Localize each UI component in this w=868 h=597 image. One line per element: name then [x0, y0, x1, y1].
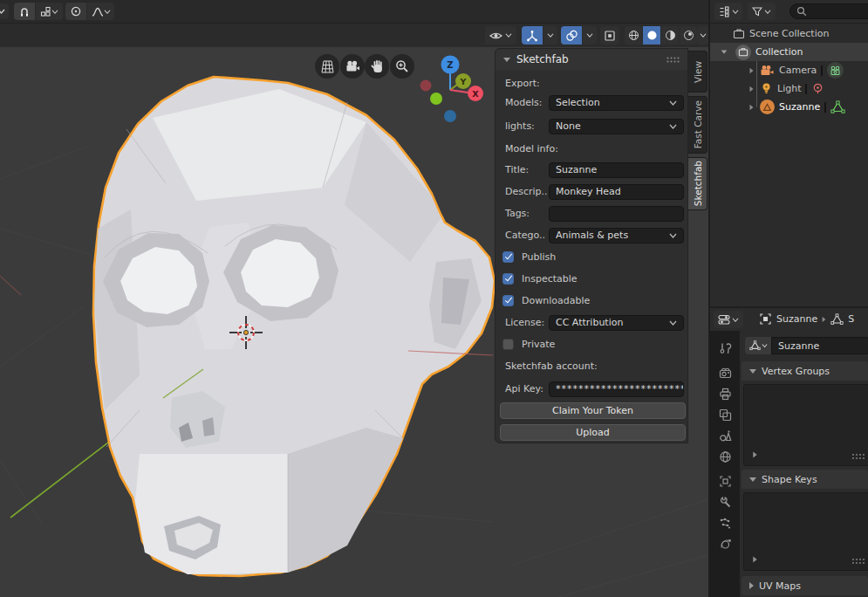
- breadcrumb-data-name[interactable]: S: [848, 313, 854, 325]
- title-input[interactable]: Suzanne: [549, 162, 684, 178]
- overlays-dropdown[interactable]: [583, 26, 597, 45]
- navigation-gizmo[interactable]: Z Y X: [407, 51, 502, 126]
- breadcrumb-object-name[interactable]: Suzanne: [776, 313, 817, 325]
- tab-render[interactable]: [712, 362, 738, 383]
- mesh-datablock-dropdown[interactable]: [745, 337, 771, 354]
- vertex-groups-list[interactable]: [743, 384, 868, 466]
- gizmos-toggle[interactable]: [522, 26, 543, 45]
- panel-expand-icon: [749, 369, 756, 374]
- tab-modifiers[interactable]: [712, 491, 738, 512]
- downloadable-checkbox-row[interactable]: Downloadable: [502, 294, 590, 306]
- license-dropdown[interactable]: CC Attribution: [549, 315, 684, 331]
- camera-data-icon[interactable]: [827, 62, 844, 79]
- outliner-row-camera[interactable]: Camera: [710, 61, 868, 79]
- outliner-row-light[interactable]: Light: [710, 79, 868, 98]
- gizmos-dropdown[interactable]: [543, 26, 557, 45]
- gizmo-axis-x[interactable]: X: [468, 86, 483, 101]
- shading-solid-button[interactable]: [643, 26, 660, 45]
- panel-expand-icon[interactable]: [503, 58, 510, 62]
- viewport-header-row2: [0, 24, 708, 47]
- tab-object[interactable]: [712, 470, 738, 491]
- svg-text:X: X: [472, 89, 479, 99]
- tab-view[interactable]: View: [688, 51, 707, 93]
- tab-sketchfab[interactable]: Sketchfab: [688, 157, 707, 210]
- gizmo-axis-y-neg[interactable]: [430, 93, 442, 105]
- category-dropdown[interactable]: Animals & pets: [549, 228, 684, 244]
- sketchfab-panel-header[interactable]: Sketchfab: [496, 49, 687, 70]
- tool-icon: [719, 342, 732, 355]
- chevron-down-icon: [700, 32, 707, 38]
- outliner-editor-type-dropdown[interactable]: [714, 3, 742, 20]
- panel-collapsed-icon: [749, 582, 754, 589]
- chevron-down-icon: [104, 9, 111, 15]
- falloff-dropdown[interactable]: [87, 3, 114, 20]
- shape-keys-list[interactable]: [743, 492, 868, 571]
- tab-physics[interactable]: [712, 533, 738, 554]
- snap-toggle-button[interactable]: [14, 3, 35, 20]
- suzanne-expand-icon[interactable]: [750, 104, 754, 109]
- xray-icon: [604, 30, 616, 42]
- tab-output[interactable]: [712, 383, 738, 404]
- outliner-search-input[interactable]: [789, 3, 868, 19]
- shading-wireframe-button[interactable]: [625, 26, 642, 45]
- tab-fast-carve[interactable]: Fast Carve: [688, 96, 707, 154]
- lights-dropdown[interactable]: None: [549, 119, 684, 134]
- license-label: License:: [505, 317, 549, 328]
- api-key-input[interactable]: ****************************..: [549, 381, 684, 397]
- inspectable-checkbox-row[interactable]: Inspectable: [502, 272, 578, 285]
- camera-view-button[interactable]: [340, 54, 365, 79]
- outliner-row-collection[interactable]: Collection: [710, 43, 868, 61]
- inspectable-checkbox[interactable]: [502, 273, 514, 285]
- snap-settings-dropdown[interactable]: [36, 3, 63, 20]
- gizmo-axis-y[interactable]: Y: [455, 73, 471, 89]
- outliner-row-scene-collection[interactable]: Scene Collection: [710, 24, 868, 43]
- shading-dropdown[interactable]: [697, 26, 709, 45]
- gizmo-axis-x-neg[interactable]: [420, 80, 432, 92]
- gizmo-axis-z[interactable]: Z: [441, 56, 460, 74]
- publish-checkbox[interactable]: [502, 251, 514, 263]
- mode-dropdown-partial[interactable]: [0, 3, 9, 19]
- tab-world[interactable]: [712, 446, 738, 467]
- mesh-name-input[interactable]: Suzanne: [771, 337, 868, 354]
- shading-material-button[interactable]: [661, 26, 679, 45]
- list-expand-icon[interactable]: [753, 451, 757, 457]
- publish-checkbox-row[interactable]: Publish: [502, 250, 556, 263]
- mesh-data-icon[interactable]: [830, 100, 845, 114]
- mesh-datablock-row: Suzanne: [745, 337, 868, 354]
- visibility-dropdown[interactable]: [485, 26, 516, 45]
- xray-toggle[interactable]: [600, 26, 619, 45]
- resize-grip-icon[interactable]: [851, 453, 867, 460]
- uv-maps-panel-header[interactable]: UV Maps: [742, 576, 868, 595]
- tab-scene[interactable]: [712, 425, 738, 446]
- proportional-editing-toggle[interactable]: [65, 3, 86, 20]
- overlays-toggle[interactable]: [561, 26, 582, 45]
- private-checkbox[interactable]: [502, 339, 514, 350]
- pan-view-button[interactable]: [365, 54, 389, 79]
- tags-input[interactable]: [549, 206, 684, 222]
- shading-rendered-button[interactable]: [680, 26, 697, 45]
- camera-expand-icon[interactable]: [750, 67, 754, 72]
- gizmo-axis-z-neg[interactable]: [444, 110, 456, 122]
- properties-editor-type-dropdown[interactable]: [714, 311, 743, 328]
- light-expand-icon[interactable]: [750, 86, 754, 91]
- private-checkbox-row[interactable]: Private: [502, 338, 555, 350]
- collection-expand-icon[interactable]: [721, 50, 728, 53]
- vertex-groups-panel-header[interactable]: Vertex Groups: [742, 361, 868, 381]
- panel-grip-icon[interactable]: [666, 57, 680, 63]
- upload-button[interactable]: Upload: [500, 424, 686, 441]
- models-dropdown[interactable]: Selection: [549, 95, 684, 111]
- claim-token-button[interactable]: Claim Your Token: [500, 402, 686, 419]
- shape-keys-panel-header[interactable]: Shape Keys: [742, 470, 868, 489]
- downloadable-checkbox[interactable]: [502, 295, 514, 306]
- description-input[interactable]: Monkey Head: [549, 184, 684, 200]
- resize-grip-icon[interactable]: [851, 558, 867, 565]
- tab-particles[interactable]: [712, 512, 738, 533]
- tab-tool[interactable]: [712, 338, 738, 359]
- outliner-filter-dropdown[interactable]: [748, 3, 776, 20]
- outliner-row-suzanne[interactable]: Suzanne: [710, 98, 868, 116]
- toggle-perspective-button[interactable]: [315, 54, 339, 79]
- light-data-icon[interactable]: [811, 82, 824, 95]
- list-expand-icon[interactable]: [753, 556, 757, 562]
- sketchfab-panel: Sketchfab Export: Models: Selection ligh…: [495, 48, 688, 443]
- tab-view-layer[interactable]: [712, 404, 738, 425]
